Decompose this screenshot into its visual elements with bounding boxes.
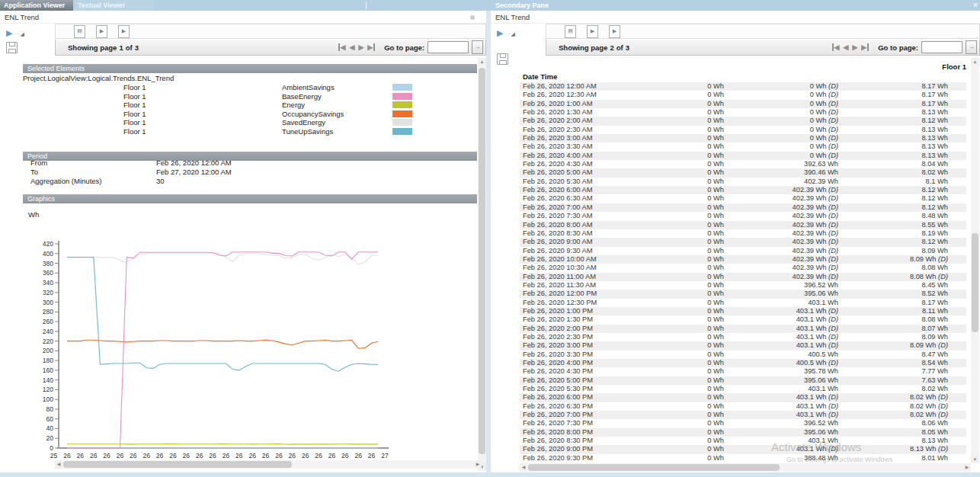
scroll-down-icon[interactable]: ▼ — [971, 456, 979, 463]
table-row[interactable]: Feb 26, 2020 3:30 AM0 Wh0 Wh (D)8.13 Wh — [520, 142, 966, 151]
table-row[interactable]: Feb 26, 2020 7:30 AM0 Wh402.39 Wh (D)8.4… — [520, 212, 966, 220]
save-button-right[interactable] — [497, 53, 508, 65]
table-row[interactable]: Feb 26, 2020 6:00 AM0 Wh402.39 Wh (D)8.1… — [520, 186, 966, 194]
goto-page-button-right[interactable]: → — [966, 40, 977, 54]
table-row[interactable]: Feb 26, 2020 3:00 AM0 Wh0 Wh (D)8.13 Wh — [520, 134, 966, 142]
table-row[interactable]: Feb 26, 2020 9:00 PM0 Wh403.1 Wh (D)8.13… — [520, 445, 966, 453]
last-page-icon[interactable]: ▶ — [367, 43, 375, 51]
svg-text:26: 26 — [368, 452, 376, 459]
table-row[interactable]: Feb 26, 2020 9:30 PM0 Wh388.48 Wh8.01 Wh — [520, 454, 966, 463]
left-hscroll-thumb[interactable] — [63, 461, 292, 468]
svg-text:320: 320 — [43, 289, 53, 296]
table-row[interactable]: Feb 26, 2020 11:30 AM0 Wh396.52 Wh8.45 W… — [520, 281, 966, 290]
scroll-up-icon[interactable]: ▲ — [971, 58, 979, 66]
close-icon[interactable]: ✕ — [971, 1, 980, 10]
first-page-icon[interactable]: ◀ — [338, 43, 346, 51]
secondary-pane-header[interactable]: Secondary Pane — [491, 0, 980, 11]
run-report-button-right[interactable]: ▶···◢ — [497, 25, 515, 39]
table-row[interactable]: Feb 26, 2020 1:30 AM0 Wh0 Wh (D)8.13 Wh — [520, 108, 966, 117]
last-page-icon[interactable]: ▶ — [861, 43, 869, 51]
left-horizontal-scrollbar[interactable]: ◀ ▶ — [55, 460, 482, 469]
table-row[interactable]: Feb 26, 2020 4:30 AM0 Wh392.63 Wh8.04 Wh — [520, 160, 966, 168]
cell-value: 0 Wh — [665, 221, 724, 229]
legend-property: TuneUpSavings — [282, 127, 333, 136]
table-row[interactable]: Feb 26, 2020 2:30 AM0 Wh0 Wh (D)8.13 Wh — [520, 126, 966, 134]
table-row[interactable]: Feb 26, 2020 4:00 AM0 Wh0 Wh (D)8.13 Wh — [520, 152, 966, 160]
legend-color-swatch — [392, 128, 412, 135]
table-row[interactable]: Feb 26, 2020 1:00 AM0 Wh0 Wh (D)8.17 Wh — [520, 100, 966, 108]
table-row[interactable]: Feb 26, 2020 6:00 PM0 Wh403.1 Wh (D)8.02… — [520, 393, 966, 402]
table-row[interactable]: Feb 26, 2020 12:00 PM0 Wh395.06 Wh8.52 W… — [520, 290, 966, 298]
cell-value: 8.13 Wh — [838, 152, 948, 160]
tab-textual-viewer[interactable]: Textual Viewer — [74, 0, 153, 11]
table-row[interactable]: Feb 26, 2020 9:30 AM0 Wh402.39 Wh (D)8.0… — [520, 247, 966, 255]
pane-divider[interactable] — [486, 11, 491, 477]
prev-page-icon[interactable]: ◀ — [843, 43, 848, 51]
table-row[interactable]: Feb 26, 2020 10:30 AM0 Wh402.39 Wh (D)8.… — [520, 264, 966, 272]
table-row[interactable]: Feb 26, 2020 6:30 AM0 Wh402.39 Wh (D)8.1… — [520, 194, 966, 203]
tab-application-viewer[interactable]: Application Viewer — [0, 0, 73, 11]
prev-page-icon[interactable]: ◀ — [349, 43, 354, 51]
cell-value: 0 Wh — [665, 134, 724, 142]
table-row[interactable]: Feb 26, 2020 5:00 PM0 Wh395.06 Wh7.63 Wh — [520, 376, 966, 385]
goto-page-input-right[interactable] — [921, 41, 962, 53]
run-report-button[interactable]: ▶···◢ — [6, 25, 24, 39]
goto-page-input[interactable] — [428, 41, 469, 53]
table-row[interactable]: Feb 26, 2020 7:30 PM0 Wh396.52 Wh8.06 Wh — [520, 419, 966, 427]
next-page-icon[interactable]: ▶ — [852, 43, 857, 51]
right-vertical-scrollbar[interactable]: ▲ ▼ — [971, 58, 979, 463]
scroll-right-icon[interactable]: ▶ — [963, 463, 971, 472]
table-row[interactable]: Feb 26, 2020 6:30 PM0 Wh403.1 Wh (D)8.02… — [520, 402, 966, 411]
first-page-icon[interactable]: ◀ — [832, 43, 840, 51]
table-row[interactable]: Feb 26, 2020 5:30 PM0 Wh403.1 Wh8.02 Wh — [520, 385, 966, 393]
table-row[interactable]: Feb 26, 2020 3:00 PM0 Wh403.1 Wh (D)8.09… — [520, 341, 966, 350]
cell-value: 0 Wh — [665, 82, 724, 91]
table-row[interactable]: Feb 26, 2020 2:00 AM0 Wh0 Wh (D)8.12 Wh — [520, 117, 966, 125]
table-row[interactable]: Feb 26, 2020 4:00 PM0 Wh400.5 Wh (D)8.54… — [520, 359, 966, 367]
left-vscroll-thumb[interactable] — [479, 68, 485, 454]
legend-property: SavedEnergy — [282, 118, 325, 127]
table-row[interactable]: Feb 26, 2020 7:00 PM0 Wh403.1 Wh (D)8.02… — [520, 411, 966, 419]
table-row[interactable]: Feb 26, 2020 10:00 AM0 Wh402.39 Wh (D)8.… — [520, 255, 966, 264]
export-document-icon[interactable]: ▤ — [565, 25, 576, 38]
table-row[interactable]: Feb 26, 2020 7:00 AM0 Wh402.39 Wh (D)8.1… — [520, 203, 966, 212]
table-row[interactable]: Feb 26, 2020 12:00 AM0 Wh0 Wh (D)8.17 Wh — [520, 82, 966, 91]
table-row[interactable]: Feb 26, 2020 12:30 PM0 Wh403.1 Wh8.17 Wh — [520, 299, 966, 307]
table-row[interactable]: Feb 26, 2020 8:00 PM0 Wh395.06 Wh8.05 Wh — [520, 428, 966, 437]
table-row[interactable]: Feb 26, 2020 2:30 PM0 Wh403.1 Wh (D)8.09… — [520, 333, 966, 341]
table-row[interactable]: Feb 26, 2020 1:30 PM0 Wh403.1 Wh (D)8.08… — [520, 315, 966, 324]
goto-page-button[interactable]: → — [472, 40, 483, 54]
right-vscroll-thumb[interactable] — [972, 233, 978, 332]
play-dots-icon: ··· — [503, 31, 511, 37]
table-row[interactable]: Feb 26, 2020 4:30 PM0 Wh395.78 Wh7.77 Wh — [520, 367, 966, 376]
scroll-left-icon[interactable]: ◀ — [55, 460, 62, 469]
run-document-icon[interactable]: ▶ — [96, 25, 107, 38]
right-horizontal-scrollbar[interactable]: ◀ ▶ — [520, 463, 971, 472]
table-row[interactable]: Feb 26, 2020 5:30 AM0 Wh402.39 Wh8.1 Wh — [520, 178, 966, 186]
table-row[interactable]: Feb 26, 2020 8:00 AM0 Wh402.39 Wh (D)8.5… — [520, 221, 966, 229]
cell-value: 0 Wh — [665, 307, 724, 315]
table-row[interactable]: Feb 26, 2020 12:30 AM0 Wh0 Wh (D)8.17 Wh — [520, 91, 966, 99]
scroll-right-icon[interactable]: ▶ — [474, 460, 482, 469]
save-button[interactable] — [6, 42, 18, 53]
table-row[interactable]: Feb 26, 2020 8:30 PM0 Wh403.1 Wh8.13 Wh — [520, 437, 966, 445]
table-row[interactable]: Feb 26, 2020 8:30 AM0 Wh402.39 Wh (D)8.1… — [520, 229, 966, 238]
next-page-icon[interactable]: ▶ — [358, 43, 363, 51]
table-row[interactable]: Feb 26, 2020 1:00 PM0 Wh403.1 Wh (D)8.11… — [520, 307, 966, 315]
table-row[interactable]: Feb 26, 2020 11:00 AM0 Wh402.39 Wh (D)8.… — [520, 273, 966, 281]
run-document-icon[interactable]: ▶ — [587, 25, 598, 38]
cell-value: 0 Wh (D) — [724, 91, 838, 99]
left-vertical-scrollbar[interactable]: ▲ ▼ — [478, 58, 486, 471]
export-document-icon[interactable]: ▤ — [74, 25, 85, 38]
cell-value: 0 Wh — [665, 178, 724, 186]
table-row[interactable]: Feb 26, 2020 2:00 PM0 Wh403.1 Wh (D)8.07… — [520, 325, 966, 333]
table-row[interactable]: Feb 26, 2020 5:00 AM0 Wh390.46 Wh8.02 Wh — [520, 168, 966, 177]
scroll-left-icon[interactable]: ◀ — [520, 463, 527, 472]
export-run-icon[interactable]: ▶ — [609, 25, 620, 38]
scroll-up-icon[interactable]: ▲ — [478, 58, 486, 66]
svg-text:0: 0 — [50, 444, 53, 452]
table-row[interactable]: Feb 26, 2020 3:30 PM0 Wh400.5 Wh8.47 Wh — [520, 351, 966, 359]
table-row[interactable]: Feb 26, 2020 9:00 AM0 Wh402.39 Wh (D)8.1… — [520, 238, 966, 246]
right-hscroll-thumb[interactable] — [528, 464, 780, 471]
export-run-icon[interactable]: ▶ — [118, 25, 130, 38]
